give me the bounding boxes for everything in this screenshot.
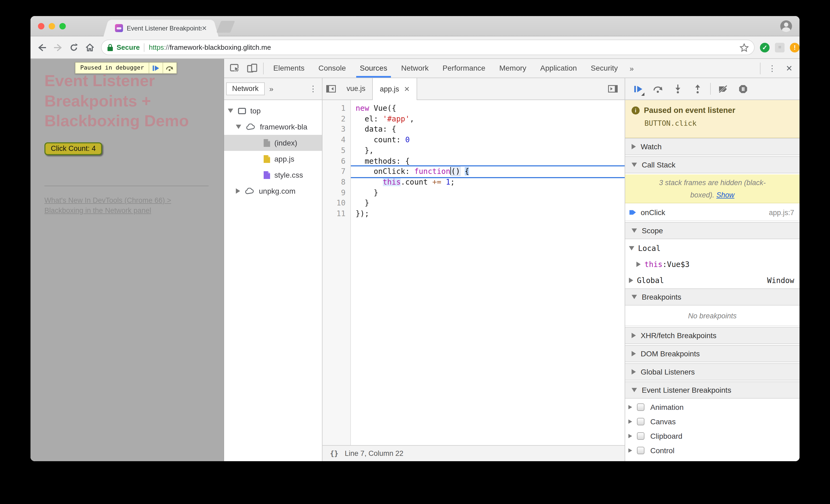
section-global-listeners[interactable]: Global Listeners	[625, 363, 800, 380]
line-number-3[interactable]: 3	[322, 124, 346, 135]
devtools-tab-application[interactable]: Application	[533, 59, 584, 77]
tree-item--index-[interactable]: (index)	[224, 135, 322, 151]
devtools-tab-memory[interactable]: Memory	[492, 59, 533, 77]
collapsed-arrow-icon[interactable]	[628, 434, 632, 438]
event-category-canvas[interactable]: Canvas	[625, 414, 800, 429]
tree-item-top[interactable]: top	[224, 103, 322, 119]
navigator-more-tabs-chevron[interactable]: »	[264, 85, 278, 93]
line-number-6[interactable]: 6	[322, 156, 346, 166]
line-number-4[interactable]: 4	[322, 135, 346, 145]
line-number-5[interactable]: 5	[322, 146, 346, 156]
section-watch[interactable]: Watch	[625, 138, 800, 155]
call-stack-frame[interactable]: onClick app.js:7	[625, 204, 800, 221]
step-over-button[interactable]	[648, 78, 668, 100]
code-line-2[interactable]: el: '#app',	[356, 114, 625, 124]
editor-tab-close-icon[interactable]: ✕	[404, 78, 410, 100]
back-button[interactable]	[34, 39, 50, 55]
tab-close-icon[interactable]: ✕	[202, 24, 207, 32]
extension-alert-icon[interactable]: !	[790, 42, 800, 52]
section-breakpoints[interactable]: Breakpoints	[625, 288, 800, 306]
line-number-2[interactable]: 2	[322, 114, 346, 124]
code-line-1[interactable]: new Vue({	[356, 103, 625, 114]
page-link[interactable]: What's New In DevTools (Chrome 66) > Bla…	[44, 195, 171, 216]
url-bar[interactable]: Secure https://framework-blackboxing.gli…	[101, 40, 755, 55]
code-line-6[interactable]: methods: {	[356, 156, 625, 166]
bookmark-star-icon[interactable]	[740, 43, 749, 52]
scope-global-row[interactable]: Global Window	[625, 272, 800, 288]
maximize-window-button[interactable]	[59, 23, 66, 29]
more-tabs-chevron[interactable]: »	[625, 64, 639, 72]
section-event-listener-breakpoints[interactable]: Event Listener Breakpoints	[625, 381, 800, 399]
step-into-button[interactable]	[668, 78, 688, 100]
category-checkbox[interactable]	[637, 446, 644, 454]
event-category-control[interactable]: Control	[625, 443, 800, 458]
devtools-tab-elements[interactable]: Elements	[266, 59, 312, 77]
category-checkbox[interactable]	[637, 403, 644, 411]
category-checkbox[interactable]	[637, 418, 644, 425]
devtools-close-icon[interactable]: ✕	[781, 63, 800, 73]
scope-this-row[interactable]: this: Vue$3	[625, 256, 800, 272]
category-checkbox[interactable]	[637, 432, 644, 440]
line-number-gutter[interactable]: 1234567891011	[322, 100, 351, 445]
event-category-dom-mutation[interactable]: DOM Mutation	[625, 458, 800, 461]
editor-tab-vuejs[interactable]: vue.js	[340, 78, 373, 99]
code-line-11[interactable]: });	[356, 209, 625, 219]
devtools-tab-security[interactable]: Security	[584, 59, 625, 77]
devtools-tab-performance[interactable]: Performance	[436, 59, 492, 77]
event-category-clipboard[interactable]: Clipboard	[625, 429, 800, 443]
section-scope[interactable]: Scope	[625, 222, 800, 239]
devtools-menu-icon[interactable]: ⋮	[763, 63, 781, 73]
next-editor-tab-icon[interactable]	[604, 79, 621, 98]
editor-tab-appjs[interactable]: app.js ✕	[373, 78, 417, 100]
line-number-8[interactable]: 8	[322, 177, 346, 188]
minimize-window-button[interactable]	[49, 23, 55, 29]
extension-dimmed-icon[interactable]: ⌗	[775, 42, 785, 52]
inspect-element-icon[interactable]	[226, 59, 243, 78]
tree-item-unpkg-com[interactable]: unpkg.com	[224, 183, 322, 199]
new-tab-button[interactable]	[216, 21, 235, 33]
hide-navigator-icon[interactable]	[322, 79, 340, 98]
line-number-9[interactable]: 9	[322, 188, 346, 198]
line-number-10[interactable]: 10	[322, 198, 346, 209]
pretty-print-icon[interactable]: {}	[330, 449, 338, 458]
section-dom-breakpoints[interactable]: DOM Breakpoints	[625, 345, 800, 362]
page-link-line2[interactable]: Blackboxing in the Network panel	[44, 206, 171, 216]
code-line-8[interactable]: this.count += 1;	[356, 177, 625, 188]
tree-arrow-icon[interactable]	[236, 125, 241, 129]
close-window-button[interactable]	[38, 23, 44, 29]
code-line-9[interactable]: }	[356, 188, 625, 198]
reload-button[interactable]	[66, 39, 82, 55]
code-line-7-execution[interactable]: onClick: function() {	[356, 166, 625, 177]
tree-item-framework-bla[interactable]: framework-bla	[224, 119, 322, 135]
line-number-7[interactable]: 7	[322, 166, 346, 177]
section-call-stack[interactable]: Call Stack	[625, 156, 800, 174]
collapsed-arrow-icon[interactable]	[628, 405, 632, 409]
click-count-button[interactable]: Click Count: 4	[44, 142, 102, 155]
code-line-5[interactable]: },	[356, 146, 625, 156]
code-line-3[interactable]: data: {	[356, 124, 625, 135]
show-frames-link[interactable]: Show	[716, 191, 735, 199]
line-number-11[interactable]: 11	[322, 209, 346, 219]
tree-arrow-icon[interactable]	[228, 108, 233, 113]
forward-button[interactable]	[50, 39, 66, 55]
devtools-tab-sources[interactable]: Sources	[353, 59, 394, 77]
collapsed-arrow-icon[interactable]	[628, 419, 632, 423]
extension-check-icon[interactable]: ✓	[760, 42, 770, 52]
code-editor[interactable]: 1234567891011 new Vue({ el: '#app', data…	[322, 100, 625, 445]
page-link-line1[interactable]: What's New In DevTools (Chrome 66) >	[44, 195, 171, 206]
deactivate-breakpoints-button[interactable]	[713, 78, 733, 100]
collapsed-arrow-icon[interactable]	[628, 448, 632, 452]
tree-item-style-css[interactable]: style.css	[224, 167, 322, 183]
code-line-10[interactable]: }	[356, 198, 625, 209]
step-out-button[interactable]	[688, 78, 707, 100]
tree-item-app-js[interactable]: app.js	[224, 151, 322, 167]
pause-on-exceptions-button[interactable]	[733, 78, 753, 100]
devtools-tab-network[interactable]: Network	[394, 59, 436, 77]
device-toolbar-icon[interactable]	[243, 59, 260, 78]
tree-arrow-icon[interactable]	[236, 188, 240, 194]
code-lines[interactable]: new Vue({ el: '#app', data: { count: 0 }…	[351, 100, 625, 445]
profile-avatar-icon[interactable]	[780, 20, 792, 32]
home-button[interactable]	[82, 39, 98, 55]
category-checkbox[interactable]	[637, 461, 644, 461]
event-category-animation[interactable]: Animation	[625, 400, 800, 414]
